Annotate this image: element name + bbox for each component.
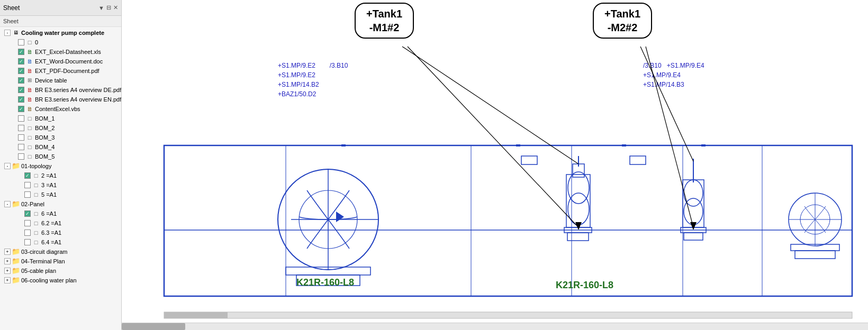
file-icon-bom1: □ [25,115,34,122]
toggle-topology[interactable]: - [4,163,11,169]
tree-item-bom2[interactable]: □ BOM_2 [0,123,121,133]
file-icon-bom3: □ [25,134,34,141]
chk-vbs[interactable] [18,106,24,112]
scrollbar-thumb[interactable] [122,323,185,330]
chk-bom3[interactable] [18,134,24,141]
tree-item-doc[interactable]: 🗎 EXT_Word-Document.doc [0,57,121,66]
tree-item-terminal[interactable]: + 📁 04-Terminal Plan [0,256,121,266]
chk-p2[interactable] [24,220,31,226]
toggle-panel[interactable]: - [4,201,11,207]
chk-t3[interactable] [24,191,31,198]
tree-item-p4[interactable]: □ 6.4 =A1 [0,237,121,247]
file-icon-t1: □ [32,172,40,179]
tree-item-panel[interactable]: - 📁 02-Panel [0,199,121,209]
chk-p4[interactable] [24,239,31,245]
pdf-icon-1: 🗎 [25,67,34,75]
chk-p3[interactable] [24,230,31,236]
tree-item-p3[interactable]: □ 6.3 =A1 [0,228,121,237]
tree-item-bom5[interactable]: □ BOM_5 [0,152,121,161]
tree-item-t1[interactable]: □ 2 =A1 [0,171,121,180]
chk-0[interactable] [18,39,24,45]
main-svg: K21R-160-L8 K21R-160-L8 [122,0,868,330]
svg-rect-11 [521,156,537,164]
tree-item-root[interactable]: - 🖥 Cooling water pump complete [0,28,121,38]
tree-item-br-de[interactable]: 🗎 BR E3.series A4 overview DE.pdf [0,85,121,95]
svg-line-43 [646,47,693,227]
file-icon-t3: □ [32,191,40,198]
svg-rect-10 [701,144,706,146]
chk-bom5[interactable] [18,153,24,160]
file-icon-p2: □ [32,219,40,227]
chk-bom2[interactable] [18,125,24,131]
label-bom4: BOM_4 [35,143,55,151]
sidebar-dock-btn[interactable]: ⊟ [106,4,111,11]
tree-item-t2[interactable]: □ 3 =A1 [0,180,121,190]
svg-marker-45 [690,222,697,230]
sidebar-close-btn[interactable]: ✕ [113,4,118,11]
svg-line-40 [402,47,578,164]
tree-item-t3[interactable]: □ 5 =A1 [0,190,121,199]
svg-rect-47 [164,312,228,318]
svg-rect-9 [622,144,626,146]
label-doc: EXT_Word-Document.doc [35,57,103,66]
label-device-table: Device table [35,76,67,85]
tree-item-0[interactable]: □ 0 [0,38,121,47]
svg-rect-0 [164,145,852,296]
tree-item-circuit[interactable]: + 📁 03-circuit diagram [0,247,121,256]
folder-icon-circuit: 📁 [12,248,20,255]
tree-item-bom4[interactable]: □ BOM_4 [0,142,121,152]
folder-icon-terminal: 📁 [12,258,20,265]
label-t3: 5 =A1 [41,190,57,199]
tree-item-bom1[interactable]: □ BOM_1 [0,114,121,123]
label-vbs: ContentExcel.vbs [35,105,80,113]
chk-p1[interactable] [24,210,31,217]
tree-item-topology[interactable]: - 📁 01-topology [0,161,121,171]
tree-item-cable[interactable]: + 📁 05-cable plan [0,266,121,276]
svg-marker-44 [575,222,582,230]
svg-text:K21R-160-L8: K21R-160-L8 [296,277,354,288]
chk-pdf1[interactable] [18,68,24,74]
label-cable: 05-cable plan [21,267,56,275]
tree-item-pdf1[interactable]: 🗎 EXT_PDF-Document.pdf [0,66,121,76]
chk-bom4[interactable] [18,144,24,150]
label-cooling: 06-cooling water plan [21,276,77,285]
folder-icon-topology: 📁 [12,162,20,170]
toggle-circuit[interactable]: + [4,249,11,255]
chk-br-de[interactable] [18,87,24,93]
chk-doc[interactable] [18,58,24,65]
label-terminal: 04-Terminal Plan [21,257,65,265]
svg-line-42 [640,47,693,161]
chk-xls[interactable] [18,49,24,55]
file-icon-0: □ [25,39,34,46]
tree-item-cooling[interactable]: + 📁 06-cooling water plan [0,276,121,285]
label-p4: 6.4 =A1 [41,238,61,246]
file-icon-p1: □ [32,210,40,217]
tree: - 🖥 Cooling water pump complete □ 0 🗎 EX… [0,27,121,330]
svg-rect-8 [516,144,520,146]
tree-item-bom3[interactable]: □ BOM_3 [0,133,121,142]
toggle-cooling[interactable]: + [4,277,11,283]
label-bom3: BOM_3 [35,133,55,142]
chk-t2[interactable] [24,182,31,188]
chk-device-table[interactable] [18,77,24,84]
chk-bom1[interactable] [18,115,24,122]
tree-item-p1[interactable]: □ 6 =A1 [0,209,121,218]
sidebar-controls: ▼ ⊟ ✕ [98,4,118,11]
folder-icon-panel: 📁 [12,200,20,208]
tree-item-p2[interactable]: □ 6.2 =A1 [0,218,121,228]
svg-rect-7 [341,144,346,146]
label-br-de: BR E3.series A4 overview DE.pdf [35,86,121,94]
chk-t1[interactable] [24,172,31,179]
toggle-cable[interactable]: + [4,268,11,274]
chk-br-en[interactable] [18,96,24,103]
tree-item-xls[interactable]: 🗎 EXT_Excel-Datasheet.xls [0,47,121,57]
tree-item-device-table[interactable]: ⊞ Device table [0,76,121,85]
tree-item-br-en[interactable]: 🗎 BR E3.series A4 overview EN.pdf [0,95,121,104]
sidebar-pin-btn[interactable]: ▼ [98,5,104,11]
folder-icon-cable: 📁 [12,267,20,274]
tree-item-vbs[interactable]: 🗎 ContentExcel.vbs [0,104,121,114]
label-p1: 6 =A1 [41,209,57,218]
toggle-root[interactable]: - [4,30,11,36]
horizontal-scrollbar[interactable] [122,323,868,330]
toggle-terminal[interactable]: + [4,258,11,264]
